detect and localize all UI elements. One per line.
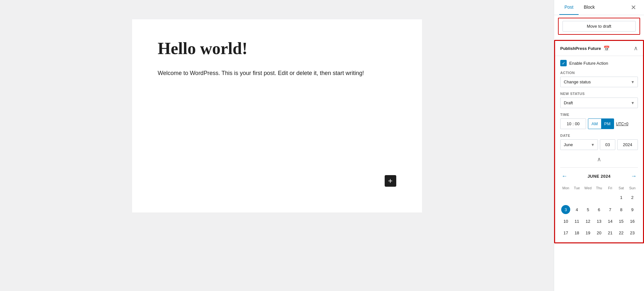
calendar-table: Mon Tue Wed Thu Fri Sat Sun 123456789101… [560, 185, 638, 239]
day-number[interactable]: 21 [606, 228, 615, 237]
draft-area: Move to draft [558, 18, 640, 35]
calendar-day-cell[interactable]: 14 [605, 215, 616, 227]
day-number[interactable]: 9 [628, 205, 637, 214]
enable-checkbox[interactable]: ✓ [560, 60, 567, 66]
pm-button[interactable]: PM [601, 119, 614, 129]
tab-post[interactable]: Post [559, 0, 579, 15]
editor-content: Hello world! Welcome to WordPress. This … [132, 19, 422, 212]
time-hour-input[interactable] [560, 118, 586, 129]
day-number[interactable]: 13 [594, 217, 603, 226]
calendar-day-cell[interactable]: 2 [627, 191, 638, 204]
ppf-collapse-icon[interactable]: ∧ [634, 45, 638, 52]
add-block-button[interactable]: + [385, 175, 396, 187]
calendar-day-cell[interactable]: 22 [616, 227, 627, 239]
date-row: June January February March April May Ju… [560, 139, 638, 150]
day-number[interactable]: 23 [628, 228, 637, 237]
calendar-day-cell[interactable]: 13 [593, 215, 604, 227]
day-number[interactable]: 2 [628, 193, 637, 202]
calendar-day-cell[interactable]: 15 [616, 215, 627, 227]
day-number[interactable]: 14 [606, 217, 615, 226]
calendar-day-cell[interactable]: 5 [582, 204, 593, 215]
calendar-day-cell [593, 191, 604, 204]
selected-day[interactable]: 3 [561, 205, 570, 214]
action-select[interactable]: Change status [560, 77, 638, 87]
calendar-day-cell[interactable]: 6 [593, 204, 604, 215]
day-number[interactable]: 5 [583, 205, 592, 214]
day-number [606, 192, 615, 202]
col-fri: Fri [605, 185, 616, 191]
am-button[interactable]: AM [588, 119, 601, 129]
sidebar: Post Block ✕ Move to draft PublishPress … [554, 0, 644, 291]
calendar-day-cell[interactable]: 3 [560, 204, 571, 215]
month-select[interactable]: June January February March April May Ju… [560, 139, 598, 150]
action-section-label: ACTION [560, 71, 638, 75]
calendar-month-title: JUNE 2024 [588, 174, 611, 179]
day-number[interactable]: 16 [628, 217, 637, 226]
calendar-day-cell[interactable]: 16 [627, 215, 638, 227]
calendar-day-cell [605, 191, 616, 204]
time-section-label: TIME [560, 113, 638, 117]
calendar-day-cell[interactable]: 17 [560, 227, 571, 239]
ppf-title-group: PublishPress Future 📅 [560, 45, 610, 52]
calendar-day-cell[interactable]: 9 [627, 204, 638, 215]
col-wed: Wed [582, 185, 593, 191]
post-body[interactable]: Welcome to WordPress. This is your first… [158, 68, 396, 78]
new-status-select[interactable]: Draft [560, 98, 638, 108]
utc-link[interactable]: UTC+0 [616, 122, 628, 126]
day-number[interactable]: 19 [583, 228, 592, 237]
tab-group: Post Block [559, 0, 600, 15]
col-mon: Mon [560, 185, 571, 191]
ppf-title: PublishPress Future [560, 46, 601, 51]
calendar-day-cell[interactable]: 1 [616, 191, 627, 204]
col-sun: Sun [627, 185, 638, 191]
calendar-day-cell[interactable]: 7 [605, 204, 616, 215]
day-number[interactable]: 22 [617, 228, 626, 237]
new-status-select-wrapper: Draft ▼ [560, 98, 638, 108]
calendar-day-cell[interactable]: 8 [616, 204, 627, 215]
calendar-day-cell[interactable]: 21 [605, 227, 616, 239]
sidebar-close-button[interactable]: ✕ [628, 1, 639, 14]
calendar-day-cell[interactable]: 12 [582, 215, 593, 227]
calendar-day-cell[interactable]: 23 [627, 227, 638, 239]
day-number[interactable]: 4 [572, 205, 582, 214]
day-number[interactable]: 18 [572, 228, 582, 237]
col-thu: Thu [593, 185, 604, 191]
day-number[interactable]: 6 [594, 205, 603, 214]
calendar-day-cell[interactable]: 18 [571, 227, 582, 239]
day-number[interactable]: 11 [572, 217, 582, 226]
day-number[interactable]: 7 [606, 205, 615, 214]
calendar-day-cell[interactable]: 20 [593, 227, 604, 239]
calendar-nav: ← JUNE 2024 → [560, 172, 638, 181]
calendar-week-row: 17181920212223 [560, 227, 638, 239]
calendar-next-button[interactable]: → [630, 172, 638, 181]
calendar-day-cell [560, 191, 571, 204]
day-number[interactable]: 1 [617, 193, 626, 202]
calendar-week-row: 12 [560, 191, 638, 204]
calendar-day-cell[interactable]: 11 [571, 215, 582, 227]
year-input[interactable] [617, 139, 638, 150]
calendar-day-cell [571, 191, 582, 204]
ppf-body: ✓ Enable Future Action ACTION Change sta… [555, 56, 643, 242]
calendar-toggle-button[interactable]: ∧ [594, 155, 604, 164]
day-number[interactable]: 15 [617, 217, 626, 226]
publishpress-future-panel: PublishPress Future 📅 ∧ ✓ Enable Future … [554, 40, 644, 243]
time-row: AM PM UTC+0 [560, 118, 638, 129]
day-number[interactable]: 20 [594, 228, 603, 237]
post-title[interactable]: Hello world! [158, 39, 396, 59]
calendar-week-row: 10111213141516 [560, 215, 638, 227]
enable-label: Enable Future Action [569, 61, 608, 66]
calendar-day-cell[interactable]: 19 [582, 227, 593, 239]
calendar-day-cell[interactable]: 10 [560, 215, 571, 227]
day-number[interactable]: 12 [583, 217, 592, 226]
tab-block[interactable]: Block [579, 0, 600, 15]
move-to-draft-button[interactable]: Move to draft [562, 21, 636, 32]
day-number[interactable]: 10 [561, 217, 570, 226]
calendar-prev-button[interactable]: ← [560, 172, 569, 181]
ppf-header[interactable]: PublishPress Future 📅 ∧ [555, 41, 643, 56]
day-number[interactable]: 8 [617, 205, 626, 214]
day-number[interactable]: 17 [561, 228, 570, 237]
calendar-header-row: Mon Tue Wed Thu Fri Sat Sun [560, 185, 638, 191]
calendar-day-cell[interactable]: 4 [571, 204, 582, 215]
day-input[interactable] [600, 139, 615, 150]
editor-area: Hello world! Welcome to WordPress. This … [0, 0, 554, 291]
